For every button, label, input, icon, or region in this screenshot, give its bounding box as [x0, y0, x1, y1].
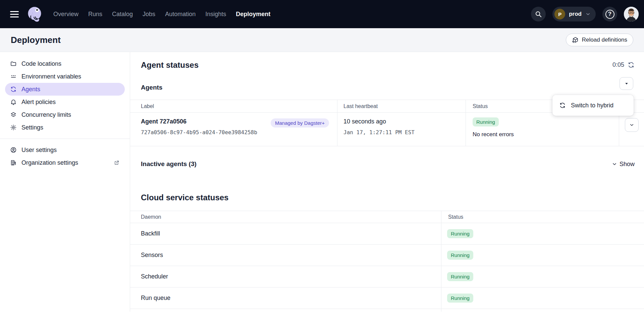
chevron-down-icon: [629, 122, 635, 128]
cloud-table-header: Daemon Status: [130, 211, 644, 223]
column-header-daemon: Daemon: [130, 211, 441, 223]
gear-icon: [10, 124, 17, 131]
user-avatar[interactable]: [624, 7, 639, 21]
sidebar-item-label: Alert policies: [21, 99, 56, 106]
main-nav: Overview Runs Catalog Jobs Automation In…: [53, 11, 270, 18]
deployment-name: prod: [569, 11, 582, 17]
question-mark-icon: ?: [605, 10, 614, 19]
sidebar-item-organization-settings[interactable]: Organization settings: [5, 156, 125, 169]
menu-item-switch-to-hybrid[interactable]: Switch to hybrid: [552, 97, 634, 114]
deployment-switcher[interactable]: P prod: [552, 7, 596, 21]
table-row: Backfill Running: [130, 223, 644, 245]
nav-item-deployment[interactable]: Deployment: [236, 11, 270, 18]
table-row: Run queue Running: [130, 288, 644, 309]
daemon-name: Sensors: [130, 245, 441, 266]
folder-icon: [10, 60, 17, 67]
sidebar-item-label: Code locations: [21, 60, 61, 67]
managed-by-dagster-badge: Managed by Dagster+: [271, 118, 329, 127]
deployment-sidebar: Code locations Environment variables Age…: [0, 52, 130, 312]
sidebar-item-code-locations[interactable]: Code locations: [5, 57, 125, 70]
main-content: Agent statuses 0:05 Agents: [130, 52, 644, 312]
column-header-last-heartbeat: Last heartbeat: [337, 100, 466, 112]
search-icon: [535, 10, 542, 18]
sidebar-item-label: Agents: [21, 86, 40, 93]
inactive-agents-heading: Inactive agents (3): [141, 160, 197, 168]
sidebar-item-label: Organization settings: [21, 159, 109, 166]
refresh-countdown: 0:05: [612, 61, 624, 68]
bell-icon: [10, 99, 17, 105]
nav-item-jobs[interactable]: Jobs: [143, 11, 155, 18]
nav-item-insights[interactable]: Insights: [205, 11, 226, 18]
top-nav: Overview Runs Catalog Jobs Automation In…: [0, 0, 644, 28]
daemon-name: Scheduler: [130, 266, 441, 287]
sidebar-item-alert-policies[interactable]: Alert policies: [5, 96, 125, 108]
agent-row-expand-button[interactable]: [625, 118, 639, 132]
sidebar-item-label: User settings: [21, 147, 57, 154]
cloud-service-statuses-heading: Cloud service statuses: [141, 193, 644, 203]
deployment-initial-avatar: P: [554, 9, 565, 19]
menu-item-label: Switch to hybrid: [571, 102, 613, 109]
refresh-arrows-icon[interactable]: [628, 61, 635, 68]
agent-statuses-heading: Agent statuses: [141, 60, 199, 70]
env-variables-icon: [10, 73, 17, 80]
building-icon: [10, 159, 17, 166]
nav-item-overview[interactable]: Overview: [53, 11, 78, 18]
heartbeat-relative: 10 seconds ago: [343, 118, 466, 125]
sidebar-item-label: Environment variables: [21, 73, 81, 80]
external-link-icon: [114, 160, 120, 166]
search-button[interactable]: [531, 7, 546, 21]
agent-status-badge: Running: [473, 117, 499, 126]
nav-item-catalog[interactable]: Catalog: [112, 11, 133, 18]
sidebar-item-environment-variables[interactable]: Environment variables: [5, 70, 125, 83]
table-row: Sensors Running: [130, 245, 644, 266]
daemon-name: Backfill: [130, 223, 441, 244]
sidebar-item-label: Settings: [21, 124, 43, 131]
agent-uuid: 727a0506-8c97-4b95-a024-70ee3984258b: [141, 129, 257, 136]
status-badge: Running: [447, 294, 473, 303]
sidebar-divider: [0, 139, 130, 139]
package-reload-icon: [572, 37, 579, 44]
show-inactive-agents-toggle[interactable]: Show: [612, 161, 635, 168]
agent-actions-menu: Switch to hybrid: [552, 95, 634, 116]
agent-name[interactable]: Agent 727a0506: [141, 118, 257, 125]
daemon-name: Run queue: [130, 288, 441, 309]
hamburger-icon[interactable]: [10, 11, 19, 17]
table-row: Scheduler Running: [130, 266, 644, 288]
layers-icon: [10, 111, 17, 118]
chevron-down-icon: [612, 161, 617, 167]
sync-icon: [10, 86, 17, 93]
status-badge: Running: [447, 229, 473, 238]
reload-definitions-label: Reload definitions: [582, 37, 627, 43]
column-header-label: Label: [130, 100, 337, 112]
caret-down-icon: [624, 81, 630, 87]
agent-row: Agent 727a0506 727a0506-8c97-4b95-a024-7…: [130, 113, 644, 146]
heartbeat-timestamp: Jan 17, 1:27:11 PM EST: [343, 129, 466, 136]
sidebar-item-user-settings[interactable]: User settings: [5, 144, 125, 156]
status-badge: Running: [447, 272, 473, 281]
nav-item-runs[interactable]: Runs: [88, 11, 102, 18]
page-header: Deployment Reload definitions: [0, 28, 644, 52]
dagster-logo-icon[interactable]: [26, 6, 43, 22]
column-header-status: Status: [441, 211, 644, 223]
show-label: Show: [620, 161, 635, 168]
help-button[interactable]: ?: [602, 7, 617, 21]
agents-subheading: Agents: [141, 84, 644, 92]
sync-icon: [559, 102, 566, 109]
status-badge: Running: [447, 251, 473, 260]
chevron-down-icon: [585, 11, 591, 17]
sidebar-item-label: Concurrency limits: [21, 111, 71, 118]
agent-actions-dropdown-button[interactable]: [620, 77, 633, 90]
agent-status-note: No recent errors: [473, 131, 619, 138]
user-circle-icon: [10, 147, 17, 153]
sidebar-item-concurrency-limits[interactable]: Concurrency limits: [5, 108, 125, 121]
page-title: Deployment: [11, 35, 61, 45]
cloud-services-table: Daemon Status Backfill Running Sensors R…: [130, 211, 644, 312]
reload-definitions-button[interactable]: Reload definitions: [566, 34, 633, 46]
sidebar-item-settings[interactable]: Settings: [5, 121, 125, 134]
sidebar-item-agents[interactable]: Agents: [5, 83, 125, 96]
table-row-partial: [130, 309, 644, 312]
nav-item-automation[interactable]: Automation: [165, 11, 196, 18]
